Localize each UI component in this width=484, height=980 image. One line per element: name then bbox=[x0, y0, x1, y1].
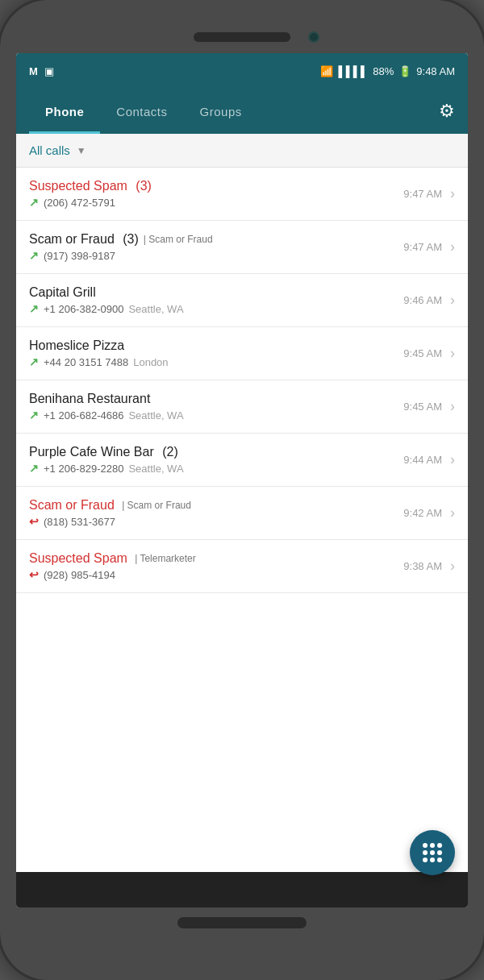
call-info-6: Scam or Fraud | Scam or Fraud ↩ (818) 53… bbox=[29, 498, 403, 528]
call-number-0: (206) 472-5791 bbox=[44, 197, 115, 209]
call-number-1: (917) 398-9187 bbox=[44, 250, 115, 262]
call-name-3: Homeslice Pizza bbox=[29, 338, 403, 353]
gmail-icon: M bbox=[29, 65, 38, 77]
call-item-4[interactable]: Benihana Restaurant ↗ +1 206-682-4686 Se… bbox=[16, 380, 468, 434]
status-icons-left: M ▣ bbox=[29, 65, 54, 77]
call-sub-1: ↗ (917) 398-9187 bbox=[29, 249, 403, 262]
battery-icon: 🔋 bbox=[398, 65, 411, 77]
call-name-text-0: Suspected Spam bbox=[29, 179, 127, 193]
chevron-right-1: › bbox=[450, 239, 455, 255]
call-list: Suspected Spam (3) ↗ (206) 472-5791 9:47… bbox=[16, 168, 468, 872]
call-name-text-1: Scam or Fraud bbox=[29, 232, 115, 247]
call-direction-icon-1: ↗ bbox=[29, 249, 39, 262]
dialpad-icon bbox=[423, 843, 442, 862]
tab-groups[interactable]: Groups bbox=[184, 89, 258, 134]
call-name-4: Benihana Restaurant bbox=[29, 392, 403, 406]
call-time-7: 9:38 AM bbox=[403, 560, 442, 572]
call-number-2: +1 206-382-0900 bbox=[44, 303, 123, 315]
settings-icon[interactable]: ⚙ bbox=[439, 101, 455, 122]
call-sub-7: ↩ (928) 985-4194 bbox=[29, 568, 403, 581]
call-time-4: 9:45 AM bbox=[403, 401, 442, 413]
call-time-3: 9:45 AM bbox=[403, 347, 442, 359]
call-info-4: Benihana Restaurant ↗ +1 206-682-4686 Se… bbox=[29, 392, 403, 421]
chevron-right-7: › bbox=[450, 558, 455, 575]
call-item-3[interactable]: Homeslice Pizza ↗ +44 20 3151 7488 Londo… bbox=[16, 327, 468, 380]
wifi-icon: 📶 bbox=[320, 65, 333, 77]
call-name-text-2: Capital Grill bbox=[29, 285, 96, 300]
call-info-2: Capital Grill ↗ +1 206-382-0900 Seattle,… bbox=[29, 285, 403, 315]
chevron-right-0: › bbox=[450, 185, 455, 202]
call-name-text-5: Purple Cafe Wine Bar bbox=[29, 445, 154, 459]
camera bbox=[308, 31, 319, 43]
call-time-6: 9:42 AM bbox=[403, 507, 442, 519]
call-count-5: (2) bbox=[159, 445, 178, 459]
chevron-right-2: › bbox=[450, 292, 455, 309]
nav-tabs: Phone Contacts Groups bbox=[29, 89, 439, 134]
call-item-0[interactable]: Suspected Spam (3) ↗ (206) 472-5791 9:47… bbox=[16, 168, 468, 221]
call-direction-icon-5: ↗ bbox=[29, 462, 39, 475]
tab-contacts[interactable]: Contacts bbox=[100, 89, 183, 134]
call-name-5: Purple Cafe Wine Bar (2) bbox=[29, 445, 403, 459]
filter-label: All calls bbox=[29, 143, 70, 157]
call-direction-icon-4: ↗ bbox=[29, 409, 39, 421]
call-name-text-6: Scam or Fraud bbox=[29, 498, 115, 513]
call-direction-icon-7: ↩ bbox=[29, 568, 39, 581]
time-display: 9:48 AM bbox=[416, 65, 455, 77]
call-location-4: Seattle, WA bbox=[128, 409, 183, 421]
dialpad-fab[interactable] bbox=[410, 830, 455, 875]
call-sub-2: ↗ +1 206-382-0900 Seattle, WA bbox=[29, 302, 403, 315]
call-item-5[interactable]: Purple Cafe Wine Bar (2) ↗ +1 206-829-22… bbox=[16, 434, 468, 487]
call-name-2: Capital Grill bbox=[29, 285, 403, 300]
call-location-2: Seattle, WA bbox=[128, 303, 183, 315]
call-name-1: Scam or Fraud (3) | Scam or Fraud bbox=[29, 232, 403, 247]
tab-phone[interactable]: Phone bbox=[29, 89, 100, 134]
screen: M ▣ 📶 ▌▌▌▌ 88% 🔋 9:48 AM Phone Contacts … bbox=[16, 53, 468, 907]
call-item-1[interactable]: Scam or Fraud (3) | Scam or Fraud ↗ (917… bbox=[16, 221, 468, 274]
status-bar: M ▣ 📶 ▌▌▌▌ 88% 🔋 9:48 AM bbox=[16, 53, 468, 89]
bottom-bar bbox=[16, 872, 468, 907]
call-tag-6: | Scam or Fraud bbox=[119, 500, 191, 511]
call-location-3: London bbox=[133, 356, 168, 368]
call-sub-3: ↗ +44 20 3151 7488 London bbox=[29, 355, 403, 368]
call-item-6[interactable]: Scam or Fraud | Scam or Fraud ↩ (818) 53… bbox=[16, 487, 468, 540]
call-direction-icon-0: ↗ bbox=[29, 196, 39, 209]
filter-bar[interactable]: All calls ▼ bbox=[16, 134, 468, 168]
call-info-0: Suspected Spam (3) ↗ (206) 472-5791 bbox=[29, 179, 403, 209]
call-direction-icon-2: ↗ bbox=[29, 302, 39, 315]
call-info-5: Purple Cafe Wine Bar (2) ↗ +1 206-829-22… bbox=[29, 445, 403, 475]
call-count-1: (3) bbox=[119, 232, 139, 247]
call-name-6: Scam or Fraud | Scam or Fraud bbox=[29, 498, 403, 513]
call-info-7: Suspected Spam | Telemarketer ↩ (928) 98… bbox=[29, 551, 403, 581]
status-icons-right: 📶 ▌▌▌▌ 88% 🔋 9:48 AM bbox=[320, 65, 455, 77]
phone-frame: M ▣ 📶 ▌▌▌▌ 88% 🔋 9:48 AM Phone Contacts … bbox=[0, 0, 484, 980]
nav-bar: Phone Contacts Groups ⚙ bbox=[16, 89, 468, 134]
call-time-5: 9:44 AM bbox=[403, 454, 442, 466]
chevron-right-4: › bbox=[450, 398, 455, 415]
call-sub-0: ↗ (206) 472-5791 bbox=[29, 196, 403, 209]
call-time-1: 9:47 AM bbox=[403, 241, 442, 253]
call-info-3: Homeslice Pizza ↗ +44 20 3151 7488 Londo… bbox=[29, 338, 403, 368]
call-location-5: Seattle, WA bbox=[128, 463, 183, 475]
chevron-right-6: › bbox=[450, 505, 455, 521]
chrome-icon: ▣ bbox=[44, 65, 54, 77]
call-sub-4: ↗ +1 206-682-4686 Seattle, WA bbox=[29, 409, 403, 421]
chevron-right-5: › bbox=[450, 451, 455, 468]
call-number-7: (928) 985-4194 bbox=[44, 569, 115, 581]
call-direction-icon-6: ↩ bbox=[29, 515, 39, 528]
call-time-2: 9:46 AM bbox=[403, 294, 442, 306]
call-sub-6: ↩ (818) 531-3677 bbox=[29, 515, 403, 528]
call-item-7[interactable]: Suspected Spam | Telemarketer ↩ (928) 98… bbox=[16, 540, 468, 593]
call-tag-1: | Scam or Fraud bbox=[144, 234, 213, 245]
call-name-text-7: Suspected Spam bbox=[29, 551, 127, 566]
call-number-6: (818) 531-3677 bbox=[44, 516, 115, 528]
call-time-0: 9:47 AM bbox=[403, 188, 442, 200]
call-sub-5: ↗ +1 206-829-2280 Seattle, WA bbox=[29, 462, 403, 475]
filter-arrow-icon: ▼ bbox=[77, 145, 86, 156]
call-number-5: +1 206-829-2280 bbox=[44, 463, 123, 475]
speaker-top bbox=[194, 32, 290, 42]
chevron-right-3: › bbox=[450, 345, 455, 362]
call-item-2[interactable]: Capital Grill ↗ +1 206-382-0900 Seattle,… bbox=[16, 274, 468, 327]
call-number-4: +1 206-682-4686 bbox=[44, 409, 123, 421]
speaker-bottom bbox=[177, 917, 307, 928]
call-name-text-4: Benihana Restaurant bbox=[29, 392, 150, 406]
